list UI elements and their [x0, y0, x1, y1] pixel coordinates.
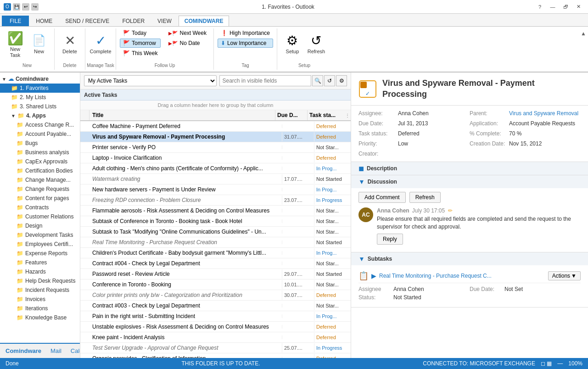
- description-section-header[interactable]: ◼ Description: [351, 162, 588, 175]
- task-refresh-search-button[interactable]: ↺: [324, 75, 335, 86]
- task-settings-button[interactable]: ⚙: [336, 75, 347, 86]
- task-row[interactable]: Coffee Machine - Payment DeferredDeferre…: [80, 121, 351, 132]
- sidebar-item-access-change[interactable]: 📁 Access Change R...: [0, 120, 80, 129]
- restore-button[interactable]: 🗗: [560, 2, 571, 11]
- tab-view[interactable]: VIEW: [151, 16, 178, 26]
- refresh-button[interactable]: ↺ Refresh: [305, 28, 328, 60]
- task-row[interactable]: Adult clothing - Men's chino pants (Cert…: [80, 163, 351, 174]
- refresh-comments-button[interactable]: Refresh: [409, 192, 441, 203]
- sidebar-item-features[interactable]: 📁 Features: [0, 258, 80, 267]
- sidebar-item-content-for-pages[interactable]: 📁 Content for pages: [0, 194, 80, 203]
- comindware-nav-item[interactable]: Comindware: [4, 347, 43, 355]
- new-task-button[interactable]: ✅ New Task: [4, 28, 27, 61]
- task-row[interactable]: New hardware servers - Payment is Under …: [80, 184, 351, 195]
- close-button[interactable]: ✕: [572, 2, 584, 11]
- this-week-button[interactable]: 🚩 This Week: [120, 49, 161, 58]
- sidebar-item-invoices[interactable]: 📁 Invoices: [0, 295, 80, 304]
- sidebar-item-change-requests[interactable]: 📁 Change Requests: [0, 184, 80, 194]
- sidebar-item-employees-certifi[interactable]: 📁 Employees Certifi...: [0, 240, 80, 249]
- subtasks-section-header[interactable]: ▼ Subtasks: [351, 252, 588, 265]
- sidebar-item-business-analysis[interactable]: 📁 Business analysis: [0, 148, 80, 157]
- subtask-link[interactable]: Real Time Monitoring - Purchase Request …: [379, 273, 545, 279]
- minimize-button[interactable]: —: [547, 2, 559, 11]
- setup-button[interactable]: ⚙ Setup: [281, 28, 304, 60]
- task-row[interactable]: Contract #003 - Check by Legal Departmen…: [80, 301, 351, 311]
- complete-button[interactable]: ✓ Complete: [89, 28, 112, 60]
- task-row[interactable]: Password reset - Review Article29.07....…: [80, 269, 351, 280]
- ribbon-collapse-arrow[interactable]: ▲: [579, 28, 588, 70]
- task-row[interactable]: Pain in the right wrist - Submitting Inc…: [80, 311, 351, 322]
- sidebar-item-customer-relations[interactable]: 📁 Customer Relations: [0, 212, 80, 221]
- sidebar-item-hazards[interactable]: 📁 Hazards: [0, 267, 80, 276]
- high-importance-button[interactable]: ❗ High Importance: [218, 28, 273, 38]
- new-button[interactable]: 📄 New: [28, 28, 50, 60]
- tab-home[interactable]: HOME: [30, 16, 58, 26]
- task-row[interactable]: Virus and Spyware Removal - Payment Proc…: [80, 132, 351, 142]
- task-row[interactable]: Contract #004 - Check by Legal Departmen…: [80, 258, 351, 269]
- task-row[interactable]: Unstable explosives - Risk Assessment & …: [80, 322, 351, 332]
- mail-nav-item[interactable]: Mail: [49, 347, 63, 355]
- sidebar-item-favorites[interactable]: 📁 1. Favorites: [0, 84, 80, 93]
- sidebar-item-incident-requests[interactable]: 📁 Incident Requests: [0, 285, 80, 295]
- sidebar-item-knowledge-base[interactable]: 📁 Knowledge Base: [0, 313, 80, 322]
- sidebar-item-contracts[interactable]: 📁 Contracts: [0, 203, 80, 212]
- next-week-button[interactable]: ▶🚩 Next Week: [165, 28, 209, 38]
- add-comment-button[interactable]: Add Comment: [358, 192, 406, 203]
- redo-icon[interactable]: ↪: [31, 3, 39, 11]
- sidebar-item-apps[interactable]: ▼ 📁 4. Apps: [0, 111, 80, 120]
- col-due[interactable]: Due D...: [275, 110, 308, 120]
- calendar-nav-item[interactable]: Calendar: [69, 347, 80, 355]
- task-row[interactable]: Watermark creating17.07....Not Started: [80, 174, 351, 184]
- undo-icon[interactable]: ↩: [22, 3, 29, 11]
- tab-send-receive[interactable]: SEND / RECEIVE: [59, 16, 115, 26]
- sidebar-item-capex-approvals[interactable]: 📁 CapEx Approvals: [0, 157, 80, 166]
- task-row[interactable]: Test Server Upgrade - Approval of Change…: [80, 343, 351, 353]
- tab-comindware[interactable]: COMINDWARE: [179, 16, 230, 26]
- sidebar-item-development-tasks[interactable]: 📁 Development Tasks: [0, 230, 80, 240]
- task-filter-dropdown[interactable]: My Active Tasks: [84, 75, 217, 86]
- no-date-button[interactable]: ▶🚩 No Date: [165, 39, 209, 48]
- today-button[interactable]: 🚩 Today: [120, 28, 161, 38]
- sidebar-item-design[interactable]: 📁 Design: [0, 221, 80, 230]
- tab-file[interactable]: FILE: [2, 16, 29, 26]
- tab-folder[interactable]: FOLDER: [116, 16, 151, 26]
- save-icon[interactable]: 💾: [13, 3, 20, 11]
- sidebar-item-comindware[interactable]: ▼ ☁ Comindware: [0, 74, 80, 84]
- help-button[interactable]: ?: [534, 2, 546, 11]
- tomorrow-button[interactable]: 🚩 Tomorrow: [120, 39, 161, 48]
- sidebar-item-iterations[interactable]: 📁 Iterations: [0, 304, 80, 313]
- col-more[interactable]: ⋮: [344, 110, 351, 120]
- sidebar-item-bugs[interactable]: 📁 Bugs: [0, 139, 80, 148]
- low-importance-button[interactable]: ⬇ Low Importance: [218, 39, 273, 48]
- task-row[interactable]: Subtask to Task "Modifying "Online Commu…: [80, 227, 351, 237]
- task-row[interactable]: Children's Product Certificate - Baby bo…: [80, 248, 351, 258]
- discussion-section-header[interactable]: ▼ Discussion: [351, 175, 588, 188]
- subtask-actions-button[interactable]: Actions ▼: [548, 271, 581, 280]
- task-search-input[interactable]: [219, 75, 312, 86]
- reply-button[interactable]: Reply: [377, 234, 403, 245]
- task-search-button[interactable]: 🔍: [312, 75, 323, 86]
- task-row[interactable]: Subtask of Conference in Toronto - Booki…: [80, 216, 351, 227]
- task-row[interactable]: Knee paint - Incident AnalysisDeferred: [80, 332, 351, 343]
- meta-parent-link[interactable]: Virus and Spyware Removal: [509, 110, 578, 117]
- task-row[interactable]: Laptop - Invoice ClarificationDeferred: [80, 153, 351, 163]
- tomorrow-flag-icon: 🚩: [123, 40, 130, 46]
- sidebar-item-certification-bodies[interactable]: 📁 Certification Bodies: [0, 166, 80, 175]
- task-row[interactable]: Freezing RDP connection - Problem Closur…: [80, 195, 351, 206]
- task-row[interactable]: Real Time Monitoring - Purchase Request …: [80, 237, 351, 248]
- task-row[interactable]: Printer service - Verify PONot Star...: [80, 142, 351, 153]
- sidebar-item-expense-reports[interactable]: 📁 Expense Reports: [0, 249, 80, 258]
- col-title[interactable]: Title: [90, 110, 275, 120]
- col-status[interactable]: Task sta...: [308, 110, 344, 120]
- sidebar-item-change-manage[interactable]: 📁 Change Manage...: [0, 175, 80, 184]
- comment-edit-icon[interactable]: ✏: [448, 207, 453, 214]
- sidebar-item-help-desk[interactable]: 📁 Help Desk Requests: [0, 276, 80, 285]
- delete-button[interactable]: ✕ Delete: [58, 28, 81, 60]
- task-row[interactable]: Conference in Toronto - Booking10.01....…: [80, 280, 351, 290]
- sidebar-item-account-payable[interactable]: 📁 Account Payable...: [0, 129, 80, 139]
- task-row[interactable]: Flammable aerosols - Risk Assessment & D…: [80, 206, 351, 216]
- sidebar-item-my-lists[interactable]: 📁 2. My Lists: [0, 93, 80, 102]
- sidebar-item-shared-lists[interactable]: 📁 3. Shared Lists: [0, 102, 80, 111]
- task-row[interactable]: Color printer prints only b/w - Categori…: [80, 290, 351, 301]
- task-row[interactable]: Organic peroxides - Clarification of Inf…: [80, 353, 351, 358]
